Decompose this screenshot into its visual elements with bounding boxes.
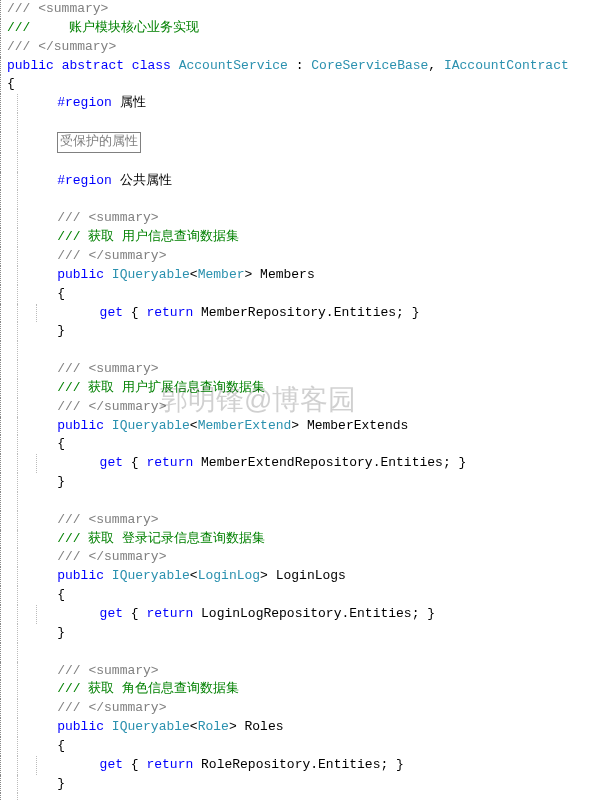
region-label: 公共属性	[120, 173, 172, 188]
base-type: CoreServiceBase	[311, 58, 428, 73]
xml-doc-text: /// 获取 角色信息查询数据集	[57, 681, 239, 696]
type-iqueryable: IQueryable	[112, 568, 190, 583]
brace: {	[123, 606, 146, 621]
brace: {	[123, 757, 146, 772]
xml-doc: /// </summary>	[57, 549, 166, 564]
keyword-return: return	[146, 606, 193, 621]
keyword-public: public	[57, 267, 104, 282]
brace: {	[57, 436, 65, 451]
interface-type: IAccountContract	[444, 58, 569, 73]
property-name: LoginLogs	[268, 568, 346, 583]
generic-type: Member	[198, 267, 245, 282]
xml-doc: /// </summary>	[57, 248, 166, 263]
region-directive: #region	[57, 173, 112, 188]
brace: }	[57, 776, 65, 791]
keyword-get: get	[100, 606, 123, 621]
keyword-public: public	[57, 568, 104, 583]
colon: :	[288, 58, 311, 73]
brace: {	[7, 76, 15, 91]
angle: >	[229, 719, 237, 734]
angle: >	[291, 418, 299, 433]
brace: {	[123, 305, 146, 320]
xml-doc: /// </summary>	[7, 39, 116, 54]
angle: <	[190, 418, 198, 433]
keyword-public: public	[7, 58, 54, 73]
angle: <	[190, 719, 198, 734]
xml-doc-text: /// 账户模块核心业务实现	[7, 20, 199, 35]
brace: {	[57, 286, 65, 301]
property-name: MemberExtends	[299, 418, 408, 433]
generic-type: Role	[198, 719, 229, 734]
keyword-public: public	[57, 719, 104, 734]
code-editor: /// <summary> /// 账户模块核心业务实现 /// </summa…	[0, 0, 596, 801]
comma: ,	[428, 58, 444, 73]
keyword-public: public	[57, 418, 104, 433]
angle: <	[190, 568, 198, 583]
keyword-get: get	[100, 757, 123, 772]
xml-doc-text: /// 获取 用户信息查询数据集	[57, 229, 239, 244]
angle: >	[260, 568, 268, 583]
return-expression: MemberRepository.Entities; }	[193, 305, 419, 320]
property-name: Roles	[237, 719, 284, 734]
brace: {	[123, 455, 146, 470]
return-expression: MemberExtendRepository.Entities; }	[193, 455, 466, 470]
class-name: AccountService	[179, 58, 288, 73]
brace: {	[57, 587, 65, 602]
xml-doc: /// <summary>	[57, 361, 158, 376]
property-name: Members	[252, 267, 314, 282]
region-label: 属性	[120, 95, 146, 110]
return-expression: RoleRepository.Entities; }	[193, 757, 404, 772]
xml-doc: /// </summary>	[57, 700, 166, 715]
keyword-return: return	[146, 305, 193, 320]
brace: }	[57, 625, 65, 640]
brace: }	[57, 474, 65, 489]
region-directive: #region	[57, 95, 112, 110]
type-iqueryable: IQueryable	[112, 267, 190, 282]
keyword-return: return	[146, 757, 193, 772]
xml-doc: /// <summary>	[57, 210, 158, 225]
keyword-get: get	[100, 305, 123, 320]
keyword-get: get	[100, 455, 123, 470]
xml-doc: /// <summary>	[7, 1, 108, 16]
keyword-return: return	[146, 455, 193, 470]
brace: {	[57, 738, 65, 753]
angle: <	[190, 267, 198, 282]
type-iqueryable: IQueryable	[112, 418, 190, 433]
xml-doc-text: /// 获取 登录记录信息查询数据集	[57, 531, 265, 546]
collapsed-region[interactable]: 受保护的属性	[57, 132, 141, 153]
xml-doc-text: /// 获取 用户扩展信息查询数据集	[57, 380, 265, 395]
return-expression: LoginLogRepository.Entities; }	[193, 606, 435, 621]
xml-doc: /// </summary>	[57, 399, 166, 414]
keyword-abstract: abstract	[62, 58, 124, 73]
xml-doc: /// <summary>	[57, 512, 158, 527]
xml-doc: /// <summary>	[57, 663, 158, 678]
keyword-class: class	[132, 58, 171, 73]
generic-type: LoginLog	[198, 568, 260, 583]
brace: }	[57, 323, 65, 338]
type-iqueryable: IQueryable	[112, 719, 190, 734]
generic-type: MemberExtend	[198, 418, 292, 433]
